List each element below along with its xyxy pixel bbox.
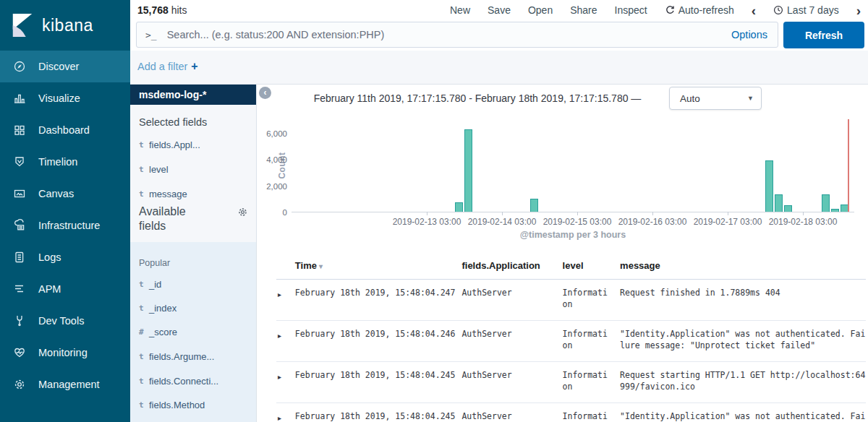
table-row: ▸ February 18th 2019, 15:48:04.246 AuthS… <box>276 321 866 362</box>
histogram-bar[interactable] <box>464 129 472 212</box>
plus-icon: + <box>191 60 197 72</box>
histogram-time-range: February 11th 2019, 17:17:15.780 - Febru… <box>275 92 680 104</box>
open-button[interactable]: Open <box>528 4 553 16</box>
column-header-time[interactable]: Time▾ <box>295 260 462 271</box>
histogram-bar[interactable] <box>530 199 538 212</box>
cell-application: AuthServer <box>461 369 562 402</box>
kibana-discover-app: kibana Discover Visualize <box>0 0 868 422</box>
expand-row-caret-icon[interactable]: ▸ <box>278 373 281 381</box>
cell-level: Information <box>563 410 621 422</box>
popular-fields-section: Popular t _id t _index # _score t fields… <box>130 242 256 422</box>
cell-time: February 18th 2019, 15:48:04.245 <box>295 369 462 402</box>
hits-count: 15,768 hits <box>137 4 187 16</box>
cell-time: February 18th 2019, 15:48:04.245 <box>295 410 462 422</box>
histogram-bar[interactable] <box>765 160 773 212</box>
sidenav-item-management[interactable]: Management <box>0 369 130 400</box>
x-axis-tick <box>803 212 804 215</box>
sidenav-item-infrastructure[interactable]: Infrastructure <box>0 210 130 241</box>
expand-row-caret-icon[interactable]: ▸ <box>278 414 281 422</box>
sidenav-item-dashboard[interactable]: Dashboard <box>0 114 130 146</box>
cell-level: Information <box>563 369 621 402</box>
kibana-logo-icon <box>10 12 35 39</box>
cell-message: Request finished in 1.7889ms 404 <box>620 287 866 320</box>
new-button[interactable]: New <box>450 4 470 16</box>
table-row: ▸ February 18th 2019, 15:48:04.245 AuthS… <box>276 362 866 403</box>
x-axis-title: @timestamp per 3 hours <box>292 230 854 240</box>
time-back-chevron-left-icon[interactable]: ‹ <box>752 4 756 17</box>
inspect-button[interactable]: Inspect <box>615 4 647 16</box>
field-type-badge: t <box>139 303 149 313</box>
add-filter-button[interactable]: Add a filter+ <box>137 60 198 73</box>
share-button[interactable]: Share <box>570 4 597 16</box>
kibana-logo[interactable]: kibana <box>0 0 130 51</box>
histogram-bar[interactable] <box>831 209 839 212</box>
histogram-yaxis: 2019-02-13 03:002019-02-14 03:002019-02-… <box>292 126 854 212</box>
auto-refresh-button[interactable]: Auto-refresh <box>665 4 734 16</box>
sidenav-item-label: Dev Tools <box>38 315 84 327</box>
sidenav-item-label: Timelion <box>38 156 77 168</box>
expand-row-caret-icon[interactable]: ▸ <box>278 332 281 340</box>
save-button[interactable]: Save <box>488 4 511 16</box>
selected-fields-header: Selected fields <box>139 116 207 128</box>
clock-icon <box>773 5 783 15</box>
cell-message: "Identity.Application" was not authentic… <box>620 328 866 361</box>
fields-panel: msdemo-log-* Selected fields t fields.Ap… <box>130 85 257 422</box>
column-header-message[interactable]: message <box>620 260 866 271</box>
field-item[interactable]: t level <box>130 161 256 177</box>
sidenav-item-visualize[interactable]: Visualize <box>0 82 130 114</box>
sidenav-item-logs[interactable]: Logs <box>0 241 130 273</box>
field-type-badge: # <box>139 327 149 337</box>
sidenav-item-apm[interactable]: APM <box>0 273 130 305</box>
field-type-badge: t <box>139 189 149 199</box>
sidenav-item-dev-tools[interactable]: Dev Tools <box>0 305 130 337</box>
histogram-bar[interactable] <box>775 194 783 212</box>
gear-icon <box>13 378 27 391</box>
search-row: >_ Options Refresh <box>130 20 868 51</box>
field-item[interactable]: t _index <box>130 300 256 316</box>
x-axis-tick <box>577 212 578 215</box>
kibana-logo-text: kibana <box>42 16 93 35</box>
field-item[interactable]: t fields.Method <box>130 397 256 413</box>
field-item[interactable]: t _id <box>130 276 256 292</box>
field-type-badge: t <box>139 352 149 361</box>
time-forward-chevron-right-icon[interactable]: › <box>856 4 861 17</box>
x-axis-tick-label: 2019-02-17 03:00 <box>694 217 762 227</box>
cell-message: "Identity.Application" was not authentic… <box>620 410 866 422</box>
field-type-badge: t <box>139 140 149 150</box>
field-settings-gear-icon[interactable] <box>237 207 248 233</box>
expand-row-caret-icon[interactable]: ▸ <box>278 290 281 298</box>
options-link[interactable]: Options <box>731 29 767 40</box>
caret-down-icon: ▼ <box>747 95 754 102</box>
sidenav-item-label: Infrastructure <box>38 220 100 231</box>
histogram-domain[interactable]: 2019-02-13 03:002019-02-14 03:002019-02-… <box>314 126 850 212</box>
histogram-bar[interactable] <box>784 205 792 212</box>
column-header-level[interactable]: level <box>563 260 621 271</box>
y-axis-title: Count <box>277 150 287 181</box>
table-row: ▸ February 18th 2019, 15:48:04.247 AuthS… <box>276 280 866 321</box>
sidenav-item-discover[interactable]: Discover <box>0 51 130 82</box>
logs-document-icon <box>13 251 27 264</box>
search-input[interactable] <box>166 28 731 41</box>
index-pattern-selector[interactable]: msdemo-log-* <box>130 85 256 105</box>
histogram-bar[interactable] <box>455 202 463 212</box>
field-item[interactable]: t message <box>130 186 256 202</box>
cell-application: AuthServer <box>461 410 562 422</box>
interval-select[interactable]: Auto ▼ <box>669 87 762 110</box>
sidenav-item-monitoring[interactable]: Monitoring <box>0 337 130 369</box>
refresh-button[interactable]: Refresh <box>783 22 864 48</box>
collapse-fields-chevron-left-icon[interactable]: ‹ <box>259 87 271 99</box>
sidenav-item-label: Dashboard <box>38 124 90 136</box>
search-box[interactable]: >_ Options <box>136 22 778 48</box>
sidenav-item-timelion[interactable]: Timelion <box>0 146 130 178</box>
field-item[interactable]: # _score <box>130 324 256 340</box>
histogram-bar[interactable] <box>822 194 830 212</box>
x-axis-tick <box>427 212 427 215</box>
cell-level: Information <box>563 287 621 320</box>
sidenav-item-canvas[interactable]: Canvas <box>0 178 130 210</box>
column-header-application[interactable]: fields.Application <box>461 260 562 271</box>
field-item[interactable]: t fields.Argume... <box>130 348 256 364</box>
field-item[interactable]: t fields.Appl... <box>130 137 256 152</box>
sidenav-item-label: Visualize <box>38 92 80 104</box>
time-range-picker[interactable]: Last 7 days <box>773 4 839 16</box>
field-item[interactable]: t fields.Connecti... <box>130 373 256 389</box>
